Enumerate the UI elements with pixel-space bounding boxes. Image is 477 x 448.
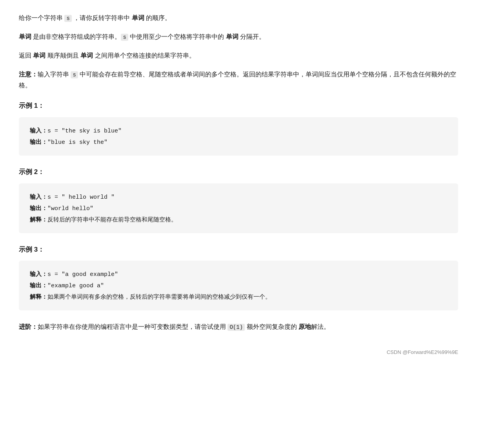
- example3-input-line: 输入：s = "a good example": [30, 268, 447, 280]
- intro-para2-text3: 分隔开。: [238, 33, 265, 40]
- csdn-credit: CSDN @Forward%E2%99%9E: [19, 348, 458, 357]
- advanced-content-end: 额外空间复杂度的: [245, 323, 299, 330]
- advanced-note: 进阶：如果字符串在你使用的编程语言中是一种可变数据类型，请尝试使用 O(1) 额…: [19, 321, 458, 332]
- example2-explain-label: 解释：: [30, 216, 47, 223]
- advanced-bold-label: 进阶：: [19, 323, 38, 330]
- example3-output-val: "example good a": [47, 283, 104, 289]
- example2-output-val: "world hello": [47, 205, 93, 212]
- note-content1: 输入字符串: [38, 71, 71, 78]
- intro-s-code2: s: [121, 34, 128, 41]
- example1-input-val: s = "the sky is blue": [47, 128, 122, 134]
- example3-input-label: 输入：: [30, 270, 47, 277]
- example2-input-line: 输入：s = " hello world ": [30, 191, 447, 203]
- example2-code-block: 输入：s = " hello world " 输出："world hello" …: [19, 183, 458, 233]
- intro-word-bold2: 单词: [19, 33, 31, 40]
- intro-para3-text1: 返回: [19, 52, 33, 59]
- example1-output-line: 输出："blue is sky the": [30, 136, 447, 148]
- example1-title: 示例 1：: [19, 100, 458, 112]
- intro-word-bold5: 单词: [80, 52, 93, 59]
- note-para: 注意：输入字符串 s 中可能会存在前导空格、尾随空格或者单词间的多个空格。返回的…: [19, 69, 458, 91]
- example2-output-line: 输出："world hello": [30, 203, 447, 214]
- advanced-inplace-bold: 原地: [299, 323, 311, 330]
- example2-explain-line: 解释：反转后的字符串中不能存在前导空格和尾随空格。: [30, 214, 447, 225]
- advanced-content-last: 解法。: [311, 323, 330, 330]
- example1-output-val: "blue is sky the": [47, 139, 107, 146]
- example2-input-label: 输入：: [30, 193, 47, 200]
- example3-output-line: 输出："example good a": [30, 280, 447, 291]
- example3-explain-val: 如果两个单词间有多余的空格，反转后的字符串需要将单词间的空格减少到仅有一个。: [47, 293, 271, 300]
- example3-title: 示例 3：: [19, 244, 458, 256]
- advanced-o1-code: O(1): [228, 324, 245, 331]
- intro-para1: 给你一个字符串 s ，请你反转字符串中 单词 的顺序。: [19, 13, 458, 24]
- example3-explain-label: 解释：: [30, 293, 47, 300]
- example3-code-block: 输入：s = "a good example" 输出："example good…: [19, 261, 458, 310]
- example3-input-val: s = "a good example": [47, 271, 118, 278]
- intro-s-code1: s: [64, 15, 71, 22]
- intro-para1-text2: ，请你反转字符串中: [72, 15, 132, 21]
- intro-para2-text2: 中使用至少一个空格将字符串中的: [128, 33, 226, 40]
- note-s-code: s: [71, 71, 78, 78]
- example2-explain-val: 反转后的字符串中不能存在前导空格和尾随空格。: [47, 216, 177, 223]
- intro-para3-text2: 顺序颠倒且: [46, 52, 80, 59]
- example1-output-label: 输出：: [30, 138, 47, 145]
- intro-para2: 单词 是由非空格字符组成的字符串。s 中使用至少一个空格将字符串中的 单词 分隔…: [19, 31, 458, 42]
- example2-output-label: 输出：: [30, 205, 47, 211]
- example1-input-label: 输入：: [30, 127, 47, 134]
- example2-title: 示例 2：: [19, 167, 458, 178]
- intro-word-bold4: 单词: [33, 52, 46, 59]
- advanced-content-pre: 如果字符串在你使用的编程语言中是一种可变数据类型，请尝试使用: [38, 323, 228, 330]
- example2-input-val: s = " hello world ": [47, 194, 115, 201]
- intro-para3: 返回 单词 顺序颠倒且 单词 之间用单个空格连接的结果字符串。: [19, 50, 458, 61]
- example3-explain-line: 解释：如果两个单词间有多余的空格，反转后的字符串需要将单词间的空格减少到仅有一个…: [30, 291, 447, 303]
- intro-para3-text3: 之间用单个空格连接的结果字符串。: [93, 52, 195, 59]
- intro-word-bold1: 单词: [132, 15, 144, 21]
- intro-para2-text1: 是由非空格字符组成的字符串。: [31, 33, 121, 40]
- intro-para1-text3: 的顺序。: [144, 15, 171, 21]
- intro-word-bold3: 单词: [226, 33, 238, 40]
- example1-input-line: 输入：s = "the sky is blue": [30, 125, 447, 136]
- example1-code-block: 输入：s = "the sky is blue" 输出："blue is sky…: [19, 117, 458, 156]
- example3-output-label: 输出：: [30, 282, 47, 288]
- intro-para1-text1: 给你一个字符串: [19, 15, 64, 21]
- note-content2: 中可能会存在前导空格、尾随空格或者单词间的多个空格。返回的结果字符串中，单词间应…: [19, 71, 456, 89]
- note-bold-label: 注意：: [19, 71, 38, 78]
